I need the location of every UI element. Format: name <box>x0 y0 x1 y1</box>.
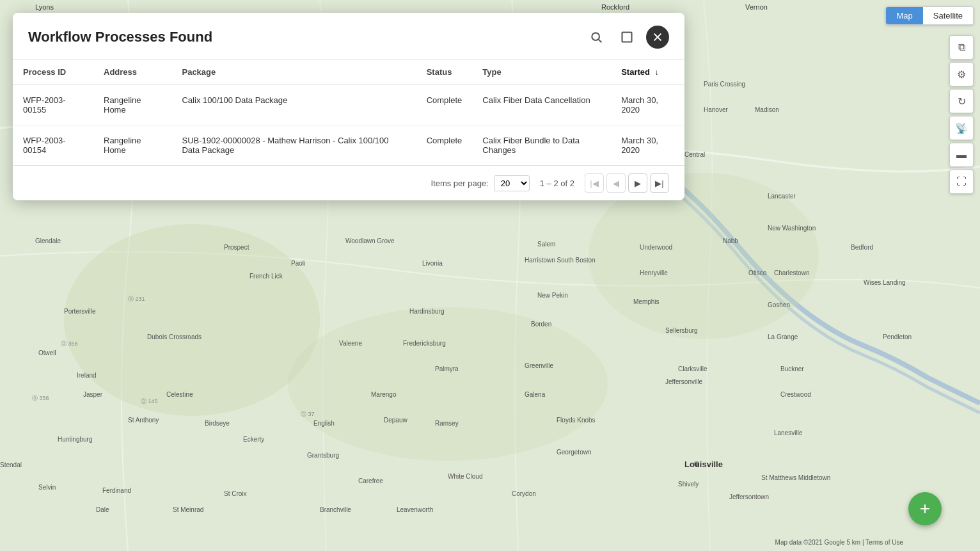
svg-text:White Cloud: White Cloud <box>448 473 482 480</box>
svg-text:Selvin: Selvin <box>38 484 56 491</box>
svg-text:Pendleton: Pendleton <box>883 333 912 340</box>
svg-text:Stendal: Stendal <box>0 461 22 468</box>
cell-package: Calix 100/100 Data Package <box>171 85 416 125</box>
svg-text:Shively: Shively <box>678 481 699 488</box>
col-started[interactable]: Started ↓ <box>611 60 684 85</box>
svg-text:Celestine: Celestine <box>166 391 193 398</box>
svg-text:Georgetown: Georgetown <box>557 449 591 456</box>
map-tool-controls: ⧉ ⚙ ↻ 📡 ▬ ⛶ <box>949 35 974 194</box>
expand-button[interactable] <box>615 26 638 49</box>
svg-text:Greenville: Greenville <box>525 362 553 369</box>
svg-text:Harristown South Boston: Harristown South Boston <box>525 257 596 264</box>
svg-text:Corydon: Corydon <box>512 490 536 497</box>
svg-text:Prospect: Prospect <box>224 244 249 251</box>
add-fab-button[interactable]: + <box>908 492 942 525</box>
first-page-button[interactable]: |◀ <box>585 173 604 193</box>
svg-text:Crestwood: Crestwood <box>780 391 811 398</box>
svg-text:Birdseye: Birdseye <box>205 420 230 427</box>
cell-address: Rangeline Home <box>93 125 171 166</box>
svg-text:St Anthony: St Anthony <box>128 417 159 424</box>
svg-point-3 <box>288 307 608 461</box>
svg-text:Lancaster: Lancaster <box>768 193 796 200</box>
svg-line-91 <box>599 40 602 43</box>
svg-text:Wises Landing: Wises Landing <box>864 279 906 286</box>
svg-text:⓪ 356: ⓪ 356 <box>32 395 49 401</box>
svg-text:Borden: Borden <box>531 321 551 328</box>
svg-text:Livonia: Livonia <box>422 260 443 267</box>
svg-text:St Croix: St Croix <box>224 490 247 497</box>
prev-page-button[interactable]: ◀ <box>606 173 626 193</box>
cell-type: Calix Fiber Data Cancellation <box>472 85 611 125</box>
svg-text:Salem: Salem <box>537 241 555 248</box>
map-view-button[interactable]: Map <box>886 7 922 24</box>
workflow-modal: Workflow Processes Found <box>13 13 684 200</box>
items-per-page-control: Items per page: 10 20 50 100 <box>431 175 529 191</box>
svg-text:Galena: Galena <box>525 391 546 398</box>
expand-map-button[interactable]: ⛶ <box>949 170 974 194</box>
svg-text:Paris Crossing: Paris Crossing <box>704 81 745 88</box>
items-per-page-label: Items per page: <box>431 179 488 188</box>
col-package[interactable]: Package <box>171 60 416 85</box>
svg-text:Huntingburg: Huntingburg <box>58 436 92 443</box>
items-per-page-select[interactable]: 10 20 50 100 <box>494 175 530 191</box>
cell-started: March 30, 2020 <box>611 125 684 166</box>
svg-text:Jeffersonville: Jeffersonville <box>665 378 703 385</box>
svg-text:New Washington: New Washington <box>768 225 816 232</box>
svg-text:Woodlawn Grove: Woodlawn Grove <box>345 237 395 244</box>
col-type[interactable]: Type <box>472 60 611 85</box>
svg-text:Grantsburg: Grantsburg <box>307 452 339 459</box>
svg-text:Bedford: Bedford <box>851 244 873 251</box>
svg-text:Glendale: Glendale <box>35 237 61 244</box>
map-view-toggle[interactable]: Map Satellite <box>885 6 974 25</box>
close-button[interactable] <box>646 26 669 49</box>
antenna-button[interactable]: 📡 <box>949 116 974 140</box>
svg-text:Henryville: Henryville <box>640 269 668 276</box>
settings-button[interactable]: ⚙ <box>949 62 974 86</box>
col-process-id[interactable]: Process ID <box>13 60 93 85</box>
table-row[interactable]: WFP-2003-00154 Rangeline Home SUB-1902-0… <box>13 125 684 166</box>
table-row[interactable]: WFP-2003-00155 Rangeline Home Calix 100/… <box>13 85 684 125</box>
svg-text:Branchville: Branchville <box>320 506 351 513</box>
modal-header: Workflow Processes Found <box>13 13 684 60</box>
svg-text:St Meinrad: St Meinrad <box>173 506 203 513</box>
page-range: 1 – 2 of 2 <box>540 179 574 188</box>
svg-text:Vernon: Vernon <box>745 3 768 11</box>
svg-text:Dale: Dale <box>96 506 109 513</box>
svg-text:Ireland: Ireland <box>77 372 97 379</box>
svg-text:Sellersburg: Sellersburg <box>665 327 698 334</box>
svg-text:Leavenworth: Leavenworth <box>397 506 433 513</box>
search-button[interactable] <box>585 26 608 49</box>
next-page-button[interactable]: ▶ <box>628 173 647 193</box>
svg-text:Portersville: Portersville <box>64 308 96 315</box>
ruler-button[interactable]: ▬ <box>949 143 974 167</box>
refresh-button[interactable]: ↻ <box>949 89 974 113</box>
cell-address: Rangeline Home <box>93 85 171 125</box>
layers-button[interactable]: ⧉ <box>949 35 974 60</box>
workflow-table: Process ID Address Package Status Type S… <box>13 60 684 165</box>
svg-text:Dubois Crossroads: Dubois Crossroads <box>147 333 202 340</box>
svg-text:St Matthews Middletown: St Matthews Middletown <box>761 474 830 481</box>
svg-text:Palmyra: Palmyra <box>435 365 459 372</box>
cell-started: March 30, 2020 <box>611 85 684 125</box>
satellite-view-button[interactable]: Satellite <box>923 7 973 24</box>
svg-text:Ferdinand: Ferdinand <box>102 487 131 494</box>
svg-text:Floyds Knobs: Floyds Knobs <box>557 417 596 424</box>
svg-text:New Pekin: New Pekin <box>537 292 568 299</box>
pagination-buttons: |◀ ◀ ▶ ▶| <box>585 173 669 193</box>
svg-text:Fredericksburg: Fredericksburg <box>403 340 446 347</box>
svg-text:French Lick: French Lick <box>249 273 283 280</box>
svg-text:Eckerty: Eckerty <box>243 436 264 443</box>
col-status[interactable]: Status <box>416 60 473 85</box>
svg-text:Charlestown: Charlestown <box>774 269 810 276</box>
svg-text:Otwell: Otwell <box>38 349 56 356</box>
col-address[interactable]: Address <box>93 60 171 85</box>
svg-text:English: English <box>313 420 335 427</box>
svg-text:Buckner: Buckner <box>780 365 804 372</box>
cell-process-id: WFP-2003-00155 <box>13 85 93 125</box>
svg-text:⓪ 145: ⓪ 145 <box>141 398 158 404</box>
modal-footer: Items per page: 10 20 50 100 1 – 2 of 2 … <box>13 165 684 200</box>
svg-text:La Grange: La Grange <box>768 333 798 340</box>
svg-text:⓪ 37: ⓪ 37 <box>301 411 315 417</box>
svg-text:Lanesville: Lanesville <box>774 429 803 436</box>
last-page-button[interactable]: ▶| <box>650 173 669 193</box>
